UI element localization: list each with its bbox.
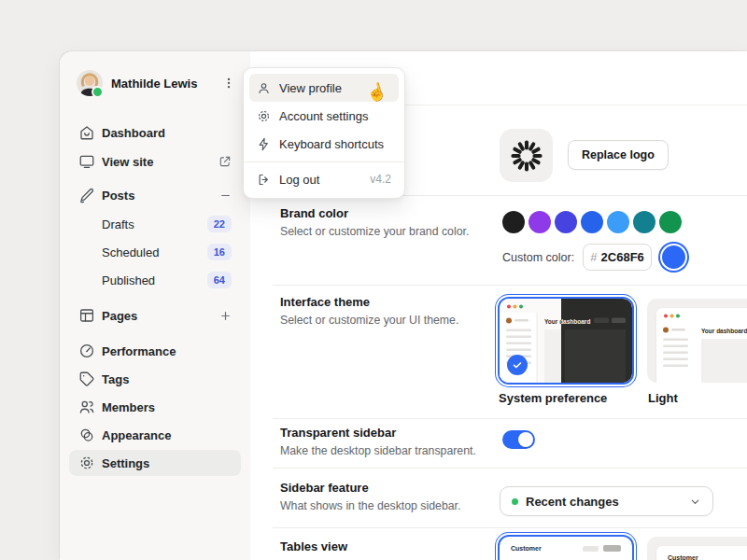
menu-item-label: Account settings	[279, 109, 368, 123]
row-description: What shows in the desktop sidebar.	[280, 498, 478, 514]
kebab-menu-icon[interactable]	[218, 73, 239, 93]
sidebar-item-label: Posts	[102, 189, 134, 203]
avatar	[77, 70, 103, 96]
tables-view-option-2[interactable]: Customer	[647, 537, 747, 560]
sidebar-item-settings[interactable]: Settings	[69, 450, 241, 476]
sidebar-feature-select[interactable]: Recent changes	[500, 486, 713, 516]
replace-logo-button[interactable]: Replace logo	[568, 140, 669, 170]
row-title: Interface theme	[280, 295, 478, 309]
custom-color-label: Custom color:	[502, 251, 574, 264]
sidebar-item-dashboard[interactable]: Dashboard	[69, 119, 241, 146]
selected-check-icon	[507, 355, 528, 375]
section-divider	[273, 527, 747, 528]
interface-theme-label: Interface theme Select or customize your…	[280, 295, 478, 329]
transparent-sidebar-label: Transparent sidebar Make the desktop sid…	[280, 426, 478, 459]
section-divider	[273, 285, 747, 286]
users-icon	[78, 399, 95, 415]
row-description: Select or customize your brand color.	[280, 224, 478, 240]
home-icon	[78, 124, 95, 141]
swatch-light-blue[interactable]	[607, 211, 629, 233]
menu-item-label: Keyboard shortcuts	[279, 137, 384, 151]
hex-color-input[interactable]: # 2C68F6	[583, 244, 652, 271]
sidebar-item-label: View site	[102, 155, 153, 169]
theme-option-light[interactable]: Your dashboard	[647, 299, 747, 383]
green-dot-icon	[512, 498, 518, 505]
menu-item-log-out[interactable]: Log out v4.2	[249, 165, 399, 193]
preview-title: Your dashboard	[701, 328, 747, 334]
menu-item-account-settings[interactable]: Account settings	[249, 102, 399, 130]
app-window: Mathilde Lewis Dashboard View site	[60, 51, 747, 560]
row-description: Make the desktop sidebar transparent.	[280, 443, 478, 459]
user-menu[interactable]: Mathilde Lewis	[77, 68, 239, 98]
transparent-sidebar-toggle[interactable]	[502, 430, 535, 449]
monitor-icon	[78, 153, 95, 170]
sidebar-item-published[interactable]: Published 64	[69, 267, 241, 293]
sidebar-item-label: Scheduled	[102, 245, 159, 259]
table-preview-pill	[583, 546, 599, 552]
sidebar-item-members[interactable]: Members	[69, 394, 241, 420]
sidebar-item-label: Tags	[102, 372, 129, 386]
theme-option-label-light: Light	[648, 391, 678, 405]
collapse-minus-icon[interactable]	[219, 189, 232, 202]
published-count-badge: 64	[207, 272, 232, 288]
theme-option-label-system: System preference	[499, 391, 607, 405]
theme-preview-light: Your dashboard	[656, 308, 747, 383]
sidebar-item-label: Settings	[102, 456, 149, 470]
sidebar-item-performance[interactable]: Performance	[69, 338, 241, 364]
tables-view-label: Tables view	[280, 539, 478, 553]
sidebar-item-label: Pages	[102, 309, 137, 323]
add-plus-icon[interactable]	[219, 310, 232, 322]
drafts-count-badge: 22	[207, 216, 232, 232]
tables-view-option-selected[interactable]: Customer	[498, 535, 634, 560]
row-title: Sidebar feature	[280, 481, 478, 495]
row-title: Tables view	[280, 539, 478, 553]
custom-color-row: Custom color: # 2C68F6	[502, 244, 687, 271]
table-preview: Customer	[500, 537, 632, 560]
swatch-teal[interactable]	[633, 211, 655, 233]
person-icon	[257, 81, 271, 95]
sidebar-item-pages[interactable]: Pages	[69, 302, 241, 329]
sidebar-item-drafts[interactable]: Drafts 22	[69, 211, 241, 237]
sidebar-item-label: Drafts	[102, 217, 134, 231]
swatch-green[interactable]	[659, 211, 682, 233]
brand-color-swatches	[502, 211, 682, 233]
sidebar-feature-label: Sidebar feature What shows in the deskto…	[280, 481, 478, 514]
logout-icon	[257, 173, 271, 187]
zap-icon	[257, 137, 271, 151]
sidebar-item-tags[interactable]: Tags	[69, 366, 241, 392]
version-label: v4.2	[370, 173, 391, 186]
swatch-blue[interactable]	[581, 211, 603, 233]
logo-spinner-icon	[510, 139, 543, 173]
toggle-knob	[518, 432, 533, 447]
table-preview-pill	[603, 545, 621, 552]
swatch-purple[interactable]	[529, 211, 551, 233]
user-name: Mathilde Lewis	[111, 77, 197, 91]
sidebar-item-label: Members	[102, 400, 155, 414]
external-link-icon[interactable]	[218, 155, 232, 168]
menu-item-keyboard-shortcuts[interactable]: Keyboard shortcuts	[249, 130, 399, 158]
sidebar-item-label: Appearance	[102, 428, 171, 442]
sidebar-item-appearance[interactable]: Appearance	[69, 422, 241, 448]
brand-color-label: Brand color Select or customize your bra…	[280, 206, 478, 240]
layout-icon	[78, 307, 95, 324]
menu-item-label: Log out	[279, 173, 319, 187]
menu-divider	[244, 161, 404, 162]
row-title: Brand color	[280, 206, 478, 220]
select-value: Recent changes	[526, 495, 619, 509]
row-title: Transparent sidebar	[280, 426, 478, 440]
sidebar-item-view-site[interactable]: View site	[69, 148, 241, 175]
row-description: Select or customize your UI theme.	[280, 313, 478, 329]
publication-logo	[500, 129, 553, 182]
swatch-indigo[interactable]	[555, 211, 577, 233]
sidebar-item-scheduled[interactable]: Scheduled 16	[69, 239, 241, 265]
section-divider	[273, 468, 747, 469]
swatch-black[interactable]	[502, 211, 525, 233]
table-preview: Customer	[656, 546, 747, 560]
sidebar-item-posts[interactable]: Posts	[69, 182, 241, 208]
table-preview-header: Customer	[511, 545, 542, 552]
sidebar-item-label: Published	[102, 273, 155, 287]
custom-color-swatch-selected[interactable]	[660, 244, 687, 271]
sidebar: Mathilde Lewis Dashboard View site	[60, 51, 251, 560]
theme-option-system-preference[interactable]: Your dashboard Your dashboard	[498, 297, 634, 385]
circles-icon	[78, 427, 95, 443]
